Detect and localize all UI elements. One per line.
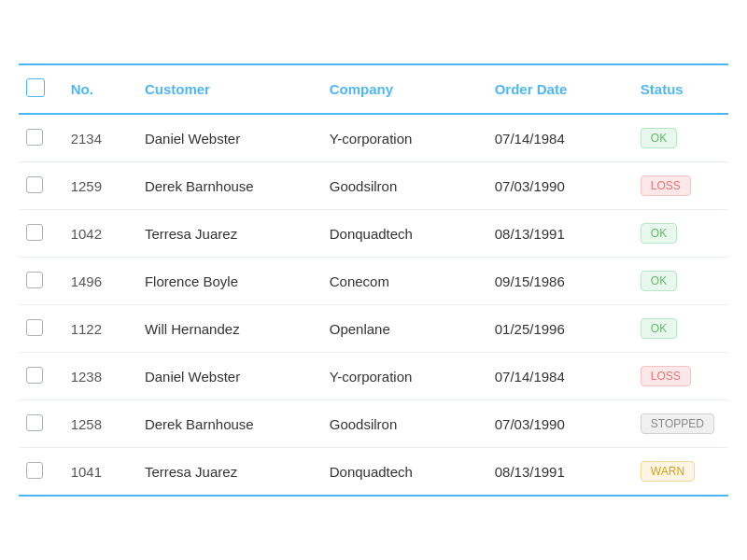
row-checkbox-4[interactable] (26, 319, 43, 336)
status-badge: STOPPED (641, 413, 714, 434)
row-status: OK (631, 210, 728, 258)
row-company: Y-corporation (320, 114, 486, 162)
header-order-date: Order Date (486, 64, 631, 114)
row-company: Donquadtech (320, 448, 486, 497)
row-customer: Will Hernandez (135, 305, 320, 353)
row-status: OK (631, 258, 728, 305)
row-company: Donquadtech (320, 210, 486, 258)
row-order-date: 07/14/1984 (486, 353, 631, 400)
row-no: 1259 (58, 162, 135, 210)
row-no: 1041 (58, 448, 135, 497)
table-row: 1238 Daniel Webster Y-corporation 07/14/… (19, 353, 728, 400)
status-badge: LOSS (641, 175, 691, 196)
row-checkbox-cell (19, 305, 58, 353)
orders-table: No. Customer Company Order Date Status 2… (19, 63, 728, 497)
row-checkbox-1[interactable] (26, 176, 43, 193)
row-checkbox-5[interactable] (26, 367, 43, 384)
table-row: 1496 Florence Boyle Conecom 09/15/1986 O… (19, 258, 728, 305)
row-no: 1496 (58, 258, 135, 305)
row-order-date: 07/03/1990 (486, 162, 631, 210)
row-company: Goodsilron (320, 162, 486, 210)
row-checkbox-3[interactable] (26, 272, 43, 288)
row-checkbox-cell (19, 353, 58, 400)
header-no: No. (58, 64, 135, 114)
row-company: Y-corporation (320, 353, 486, 400)
row-customer: Terresa Juarez (135, 210, 320, 258)
row-checkbox-cell (19, 114, 58, 162)
table-row: 2134 Daniel Webster Y-corporation 07/14/… (19, 114, 728, 162)
row-no: 1258 (58, 400, 135, 448)
row-order-date: 08/13/1991 (486, 448, 631, 497)
header-company: Company (320, 64, 486, 114)
row-order-date: 07/14/1984 (486, 114, 631, 162)
select-all-checkbox[interactable] (26, 78, 45, 97)
status-badge: OK (641, 271, 677, 291)
row-company: Goodsilron (320, 400, 486, 448)
header-status: Status (631, 64, 728, 114)
row-order-date: 07/03/1990 (486, 400, 631, 448)
row-customer: Terresa Juarez (135, 448, 320, 497)
table-row: 1122 Will Hernandez Openlane 01/25/1996 … (19, 305, 728, 353)
header-customer: Customer (135, 64, 320, 114)
row-status: STOPPED (631, 400, 728, 448)
status-badge: LOSS (641, 366, 691, 386)
row-no: 1122 (58, 305, 135, 353)
row-checkbox-cell (19, 258, 58, 305)
row-customer: Daniel Webster (135, 353, 320, 400)
row-status: WARN (631, 448, 728, 497)
row-customer: Derek Barnhouse (135, 400, 320, 448)
table-body: 2134 Daniel Webster Y-corporation 07/14/… (19, 114, 728, 496)
row-status: OK (631, 114, 728, 162)
row-checkbox-cell (19, 448, 58, 497)
row-checkbox-0[interactable] (26, 129, 43, 146)
row-order-date: 01/25/1996 (486, 305, 631, 353)
row-checkbox-cell (19, 400, 58, 448)
row-no: 1042 (58, 210, 135, 258)
row-status: LOSS (631, 162, 728, 210)
status-badge: OK (641, 318, 677, 339)
table-row: 1259 Derek Barnhouse Goodsilron 07/03/19… (19, 162, 728, 210)
row-checkbox-cell (19, 210, 58, 258)
status-badge: WARN (641, 461, 695, 482)
header-checkbox-cell (19, 64, 58, 114)
table-header-row: No. Customer Company Order Date Status (19, 64, 728, 114)
row-order-date: 08/13/1991 (486, 210, 631, 258)
row-checkbox-2[interactable] (26, 224, 43, 241)
row-company: Openlane (320, 305, 486, 353)
row-no: 2134 (58, 114, 135, 162)
row-customer: Daniel Webster (135, 114, 320, 162)
row-checkbox-6[interactable] (26, 414, 43, 431)
table-row: 1042 Terresa Juarez Donquadtech 08/13/19… (19, 210, 728, 258)
table-row: 1258 Derek Barnhouse Goodsilron 07/03/19… (19, 400, 728, 448)
status-badge: OK (641, 128, 677, 148)
row-status: LOSS (631, 353, 728, 400)
row-order-date: 09/15/1986 (486, 258, 631, 305)
row-company: Conecom (320, 258, 486, 305)
row-checkbox-cell (19, 162, 58, 210)
status-badge: OK (641, 223, 677, 244)
table-container: No. Customer Company Order Date Status 2… (19, 45, 728, 515)
row-customer: Derek Barnhouse (135, 162, 320, 210)
row-customer: Florence Boyle (135, 258, 320, 305)
row-no: 1238 (58, 353, 135, 400)
table-row: 1041 Terresa Juarez Donquadtech 08/13/19… (19, 448, 728, 497)
row-checkbox-7[interactable] (26, 462, 43, 479)
row-status: OK (631, 305, 728, 353)
